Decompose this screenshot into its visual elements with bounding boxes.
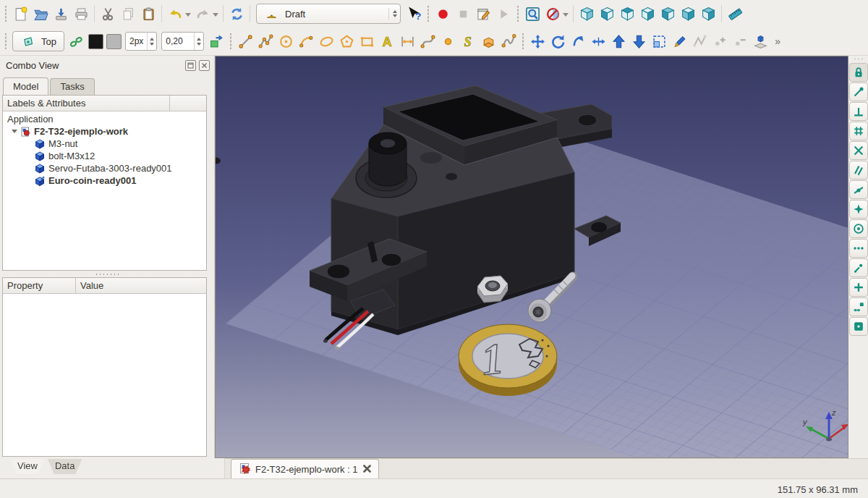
view-rear-icon[interactable] [659,5,676,22]
snap-working-plane-icon[interactable] [849,317,868,336]
draw-style-dropdown-icon[interactable] [563,13,569,20]
draft-offset-icon[interactable] [569,33,587,50]
snap-lock-icon[interactable] [849,63,868,82]
snap-parallel-icon[interactable] [849,161,868,180]
tree-item-document[interactable]: F2-T32-ejemplo-work [3,125,206,138]
draft-shapestring-icon[interactable]: S [459,33,477,50]
draft-facebinder-icon[interactable] [480,33,497,50]
draft-move-icon[interactable] [529,33,546,50]
cut-icon[interactable] [99,5,116,22]
view-left-icon[interactable] [699,5,717,22]
snap-ortho-icon[interactable] [849,258,868,277]
toolbar-drag-handle[interactable] [516,6,520,22]
snap-dimensions-icon[interactable] [849,297,868,316]
tree-item-euro-coin[interactable]: Euro-coin-ready001 [3,174,206,187]
draft-rectangle-icon[interactable] [358,33,375,50]
refresh-icon[interactable] [228,5,245,22]
draft-edit-icon[interactable] [671,33,688,50]
panel-close-icon[interactable] [199,60,210,71]
snap-grid-icon[interactable] [849,122,868,140]
view-axonometric-icon[interactable] [578,5,595,22]
3d-viewport[interactable]: 1 z x y [215,56,848,458]
macro-record-icon[interactable] [434,5,451,22]
toolbar-drag-handle[interactable] [4,33,8,49]
view-top-icon[interactable] [618,5,636,22]
toolbar-drag-handle[interactable] [521,33,525,49]
text-scale-spinbox[interactable]: 0,20 [161,32,204,51]
toolbar-drag-handle[interactable] [4,6,8,22]
draft-downgrade-icon[interactable] [630,33,647,50]
face-color-swatch[interactable] [106,34,122,49]
draft-bspline-icon[interactable] [500,33,517,50]
model-tree[interactable]: Application F2-T32-ejemplo-work M3-nut [3,111,206,270]
draft-point-icon[interactable] [439,33,456,50]
draft-dimension-icon[interactable] [399,33,416,50]
draft-wire-to-bspline-icon[interactable] [691,33,708,50]
undo-dropdown-icon[interactable] [185,13,191,20]
paste-icon[interactable] [140,5,157,22]
panel-float-icon[interactable] [185,60,196,71]
snap-perpendicular-icon[interactable] [849,102,868,121]
save-icon[interactable] [52,5,69,22]
macro-play-icon[interactable] [495,5,512,22]
draft-rotate-icon[interactable] [549,33,566,50]
snap-endpoint-icon[interactable] [849,83,868,101]
new-document-icon[interactable] [12,5,29,22]
view-right-icon[interactable] [639,5,656,22]
view-fit-all-icon[interactable] [524,5,541,22]
tab-model[interactable]: Model [3,77,48,95]
whats-this-icon[interactable]: ? [405,5,422,22]
copy-icon[interactable] [119,5,137,22]
line-width-spinbox[interactable]: 2px [125,32,157,51]
toolbar-overflow-indicator[interactable]: » [775,35,780,47]
working-plane-button[interactable]: Top [12,31,64,51]
undo-icon[interactable] [166,5,184,22]
tree-item-servo[interactable]: Servo-Futaba-3003-ready001 [3,162,206,174]
euro-coin-model[interactable]: 1 [459,324,557,396]
toolbar-drag-handle[interactable] [852,57,865,61]
expander-icon[interactable] [12,130,17,136]
tree-header[interactable]: Labels & Attributes [3,96,206,111]
snap-center-icon[interactable] [849,219,868,238]
draft-polyline-icon[interactable] [257,33,274,50]
tree-item-bolt[interactable]: bolt-M3x12 [3,150,206,162]
construction-mode-icon[interactable] [68,33,85,50]
print-icon[interactable] [72,5,90,22]
tab-close-icon[interactable] [363,464,371,475]
apply-style-icon[interactable] [208,33,225,50]
tab-tasks[interactable]: Tasks [50,78,94,95]
redo-icon[interactable] [194,5,211,22]
panel-splitter[interactable] [0,271,214,277]
text-scale-arrows[interactable] [194,33,203,50]
tree-item-m3-nut[interactable]: M3-nut [3,138,206,150]
measure-distance-icon[interactable] [726,5,744,22]
draft-circle-icon[interactable] [277,33,294,50]
view-bottom-icon[interactable] [679,5,697,22]
macro-edit-icon[interactable] [475,5,492,22]
draft-polygon-icon[interactable] [338,33,355,50]
draft-delete-point-icon[interactable] [731,33,749,50]
draft-trimex-icon[interactable] [590,33,607,50]
draw-style-icon[interactable] [544,5,561,22]
snap-midpoint-icon[interactable] [849,180,868,199]
tab-view[interactable]: View [10,459,45,474]
toolbar-drag-handle[interactable] [229,33,233,49]
draft-scale-icon[interactable] [650,33,668,50]
draft-line-icon[interactable] [237,33,254,50]
macro-stop-icon[interactable] [454,5,472,22]
draft-text-icon[interactable]: A [378,33,396,50]
draft-upgrade-icon[interactable] [610,33,627,50]
line-color-swatch[interactable] [88,34,103,49]
tab-data[interactable]: Data [48,459,82,474]
property-header[interactable]: Property Value [3,278,206,294]
draft-shape-2d-view-icon[interactable] [752,33,769,50]
document-tab[interactable]: F2-T32-ejemplo-work : 1 [231,459,379,478]
draft-add-point-icon[interactable] [711,33,728,50]
snap-angle-icon[interactable] [849,200,868,219]
snap-extension-icon[interactable] [849,278,868,297]
draft-ellipse-icon[interactable] [318,33,335,50]
redo-dropdown-icon[interactable] [213,13,218,20]
draft-bezier-icon[interactable] [419,33,436,50]
property-table-body[interactable] [3,294,206,456]
snap-intersection-icon[interactable] [849,141,868,160]
